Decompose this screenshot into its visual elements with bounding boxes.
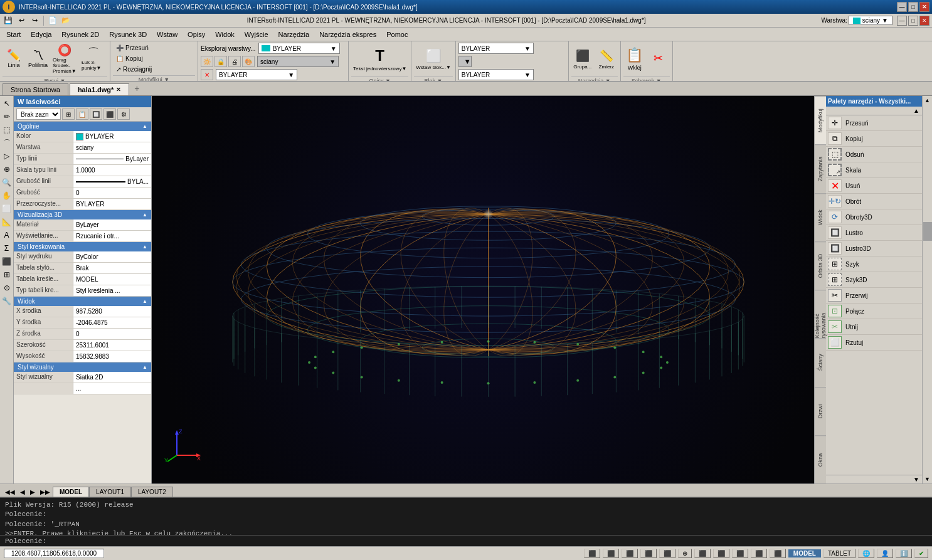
- lt-btn-poly[interactable]: ▷: [1, 150, 13, 162]
- prop-dropdown3[interactable]: BYLAYER ▼: [458, 69, 534, 80]
- props-tb-btn2[interactable]: 📋: [76, 108, 88, 120]
- statusbar-btn-snap1[interactable]: ⬛: [584, 549, 600, 558]
- prop-ysrodka-value[interactable]: -2046.4875: [73, 317, 151, 328]
- layer-btn4[interactable]: 🎨: [242, 56, 255, 67]
- statusbar-btn-polar[interactable]: ⬛: [640, 549, 657, 558]
- lt-btn-rect[interactable]: ⬚: [1, 124, 13, 136]
- lineweight-dropdown[interactable]: BYLAYER ▼: [216, 69, 297, 80]
- lt-btn-array[interactable]: ⊞: [1, 268, 13, 281]
- props-tb-btn1[interactable]: ⊞: [62, 108, 75, 120]
- side-tab-kolrys[interactable]: Kolejność rysowania: [815, 290, 826, 338]
- side-tab-orbita3d[interactable]: Orbita 3D: [815, 241, 826, 290]
- lt-btn-select[interactable]: ↖: [1, 97, 13, 110]
- layer-btn3[interactable]: 🖨: [228, 56, 241, 67]
- statusbar-btn-qp[interactable]: ⬛: [732, 549, 748, 558]
- menu-opisy[interactable]: Opisy: [183, 29, 210, 40]
- statusbar-btn-lw[interactable]: ⬛: [713, 549, 729, 558]
- ribbon-btn-grupa[interactable]: ⬛ Grupa...: [571, 43, 594, 75]
- palette-item-obroty3d[interactable]: ⟳ Obroty3D: [825, 209, 922, 225]
- prop-stilwizualny-value[interactable]: Siatka 2D: [73, 372, 151, 383]
- qa-open[interactable]: 📂: [60, 15, 71, 26]
- win-maximize[interactable]: □: [908, 16, 918, 26]
- prop-szerokosc-value[interactable]: 25311.6001: [73, 340, 151, 351]
- qa-new[interactable]: 📄: [47, 15, 58, 26]
- lt-btn-hatch[interactable]: Σ: [1, 242, 13, 255]
- right-scroll-up[interactable]: ▲: [923, 96, 931, 105]
- ribbon-btn-polilinia[interactable]: 〽 Polilinia: [26, 43, 50, 75]
- layout-nav-first[interactable]: ◀◀: [3, 487, 18, 497]
- maximize-button[interactable]: □: [908, 2, 918, 12]
- palette-scroll-down[interactable]: ▼: [911, 475, 922, 483]
- prop-xsrodka-value[interactable]: 987.5280: [73, 306, 151, 317]
- palette-item-szyk3d[interactable]: ⊞ Szyk3D: [825, 272, 922, 288]
- lt-btn-measure[interactable]: 📐: [1, 216, 13, 228]
- palette-item-lustro3d[interactable]: 🔲 Lustro3D: [825, 241, 922, 256]
- menu-wstaw[interactable]: Wstaw: [152, 29, 183, 40]
- side-tab-modyfikuj[interactable]: Modyfikuj: [815, 96, 826, 144]
- prop-skalatypulinii-value[interactable]: 1.0000: [73, 165, 151, 176]
- prop-warstwa-value[interactable]: sciany: [73, 142, 151, 153]
- menu-narzedzia[interactable]: Narzędzia: [273, 29, 315, 40]
- statusbar-btn-otrack[interactable]: ⊕: [678, 549, 692, 558]
- statusbar-btn-snap2[interactable]: ⬛: [603, 549, 619, 558]
- prop-kolor-value[interactable]: BYLAYER: [73, 131, 151, 142]
- prop-przezroczystosc-value[interactable]: BYLAYER: [73, 199, 151, 209]
- minimize-button[interactable]: —: [897, 2, 907, 12]
- palette-item-kopiuj[interactable]: ⧉ Kopiuj: [825, 131, 922, 147]
- statusbar-btn-sc[interactable]: ⬛: [751, 549, 767, 558]
- prop-dd-arrow3[interactable]: ▼: [524, 71, 531, 78]
- palette-scroll-up[interactable]: ▲: [911, 107, 922, 115]
- palette-item-lustro[interactable]: 🔲 Lustro: [825, 225, 922, 241]
- right-scroll-thumb[interactable]: [923, 222, 932, 241]
- props-tb-btn4[interactable]: ⬛: [103, 108, 116, 120]
- statusbar-btn-ts[interactable]: ⬛: [770, 549, 786, 558]
- menu-narzedzia-ekspres[interactable]: Narzędzia ekspres: [314, 29, 381, 40]
- menu-start[interactable]: Start: [1, 29, 26, 40]
- layer-dd-arrow[interactable]: ▼: [331, 45, 337, 52]
- statusbar-btn-ortho[interactable]: ⬛: [622, 549, 638, 558]
- ribbon-btn-wklej[interactable]: 📋 Wklej: [623, 43, 646, 75]
- right-scroll-down[interactable]: ▼: [923, 475, 931, 483]
- properties-filter[interactable]: Brak zazn: [16, 108, 61, 120]
- qa-save[interactable]: 💾: [3, 15, 14, 26]
- prop-dropdown1[interactable]: BYLAYER ▼: [458, 43, 534, 54]
- side-tab-okna[interactable]: Okna: [815, 435, 826, 483]
- statusbar-globe-icon[interactable]: 🌐: [858, 549, 874, 558]
- prop-stilwizualny2-value[interactable]: ...: [73, 383, 151, 394]
- layout-nav-last[interactable]: ▶▶: [38, 487, 53, 497]
- section-widok-header[interactable]: Widok ▲: [14, 297, 151, 306]
- layer-btn2[interactable]: 🔒: [214, 56, 227, 67]
- menu-rysunek3d[interactable]: Rysunek 3D: [104, 29, 152, 40]
- props-tb-btn5[interactable]: ⚙: [117, 108, 130, 120]
- palette-item-przerwij[interactable]: ✂ Przerwij: [825, 288, 922, 304]
- prop-dd-arrow2[interactable]: ▼: [464, 58, 471, 65]
- menu-edycja[interactable]: Edycja: [26, 29, 56, 40]
- lt-btn-pan[interactable]: ✋: [1, 189, 13, 202]
- prop-dd-arrow1[interactable]: ▼: [524, 45, 531, 52]
- section-stilkres-header[interactable]: Styl kreskowania ▲: [14, 242, 151, 251]
- prop-zsrodka-value[interactable]: 0: [73, 329, 151, 339]
- ribbon-btn-luk[interactable]: ⌒ Łuk 3-punkty▼: [80, 43, 107, 75]
- prop-tabelastyl-value[interactable]: Brak: [73, 263, 151, 273]
- layer-dropdown[interactable]: sciany ▼: [849, 16, 892, 25]
- prop-stilwydruku-value[interactable]: ByColor: [73, 251, 151, 262]
- prop-tabelakres-value[interactable]: MODEL: [73, 274, 151, 285]
- tab-strona-startowa[interactable]: Strona Startowa: [3, 83, 68, 95]
- layer-btn1[interactable]: 🔆: [201, 56, 213, 67]
- layout-tab-layout2[interactable]: LAYOUT2: [131, 487, 173, 497]
- prop-typtabelikres-value[interactable]: Styl kreślenia ...: [73, 285, 151, 296]
- lt-btn-extra1[interactable]: ⊙: [1, 282, 13, 294]
- layout-tab-model[interactable]: MODEL: [53, 487, 89, 497]
- ribbon-btn-rozciagnij[interactable]: ↗ Rozciągnij: [113, 64, 155, 74]
- palette-item-usun[interactable]: ✕ Usuń: [825, 178, 922, 194]
- prop-material-value[interactable]: ByLayer: [73, 219, 151, 230]
- props-tb-btn3[interactable]: 🔲: [90, 108, 102, 120]
- layout-nav-prev[interactable]: ◀: [18, 487, 28, 497]
- section-ogolnie-header[interactable]: Ogólnie ▲: [14, 122, 151, 131]
- statusbar-btn-dynin[interactable]: ⬛: [694, 549, 711, 558]
- palette-item-przesun[interactable]: ✛ Przesuń: [825, 115, 922, 131]
- ribbon-btn-wstaw-blok[interactable]: ⬜ Wstaw blok...▼: [414, 43, 452, 75]
- side-tab-zapytania[interactable]: Zapytania: [815, 144, 826, 193]
- lt-btn-3d[interactable]: ⬜: [1, 203, 13, 215]
- ribbon-btn-wytnij[interactable]: ✂: [647, 43, 670, 75]
